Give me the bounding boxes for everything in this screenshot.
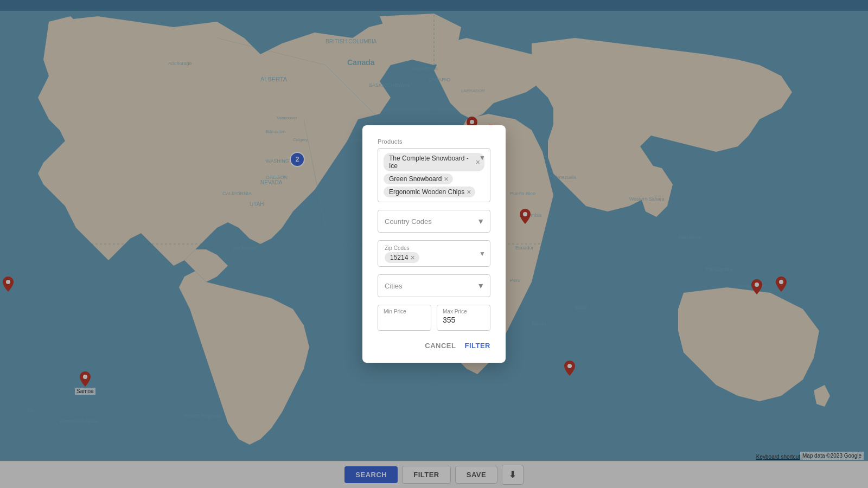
max-price-value[interactable]: 355 (443, 316, 484, 324)
tag-remove-green[interactable]: × (444, 175, 448, 183)
modal-actions: CANCEL FILTER (378, 342, 490, 350)
zip-arrow: ▼ (479, 250, 486, 258)
zip-tags-container: 15214 × (382, 251, 474, 264)
tag-text: The Complete Snowboard - Ice (389, 155, 474, 170)
cities-arrow: ▼ (477, 281, 484, 290)
min-price-label: Min Price (384, 309, 425, 314)
country-codes-select[interactable]: Country Codes ▼ (378, 210, 490, 233)
tags-row-2: Green Snowboard × (384, 174, 484, 184)
zip-codes-field[interactable]: Zip Codes 15214 × ▼ (378, 240, 490, 267)
price-row: Min Price Max Price 355 (378, 305, 490, 331)
tag-text: Ergonomic Wooden Chips (389, 188, 464, 196)
cities-placeholder: Cities (385, 282, 403, 290)
zip-codes-label: Zip Codes (382, 243, 474, 251)
tag-text: Green Snowboard (389, 175, 442, 183)
tag-remove-zip[interactable]: × (410, 254, 414, 261)
country-codes-arrow: ▼ (477, 217, 484, 226)
max-price-label: Max Price (443, 309, 484, 314)
products-label: Products (378, 138, 490, 145)
products-dropdown-arrow: ▼ (479, 154, 486, 162)
country-codes-placeholder: Country Codes (385, 217, 432, 226)
cities-select[interactable]: Cities ▼ (378, 274, 490, 297)
max-price-wrap[interactable]: Max Price 355 (437, 305, 490, 331)
tag-green[interactable]: Green Snowboard × (384, 174, 453, 184)
modal-overlay[interactable]: Products The Complete Snowboard - Ice × … (0, 0, 868, 488)
products-field[interactable]: The Complete Snowboard - Ice × ▼ Green S… (378, 148, 490, 202)
tags-row-3: Ergonomic Wooden Chips × (384, 187, 484, 197)
cancel-button[interactable]: CANCEL (425, 342, 456, 350)
tag-remove-ergonomic[interactable]: × (467, 188, 471, 196)
filter-modal: Products The Complete Snowboard - Ice × … (362, 125, 506, 363)
tag-ergonomic[interactable]: Ergonomic Wooden Chips × (384, 187, 475, 197)
min-price-wrap[interactable]: Min Price (378, 305, 431, 331)
tag-snowboard[interactable]: The Complete Snowboard - Ice × (384, 153, 484, 171)
tags-container: The Complete Snowboard - Ice × ▼ (384, 153, 484, 171)
tag-zip-text: 15214 (390, 254, 408, 261)
filter-button[interactable]: FILTER (464, 342, 490, 350)
tag-zip-15214[interactable]: 15214 × (385, 252, 419, 263)
